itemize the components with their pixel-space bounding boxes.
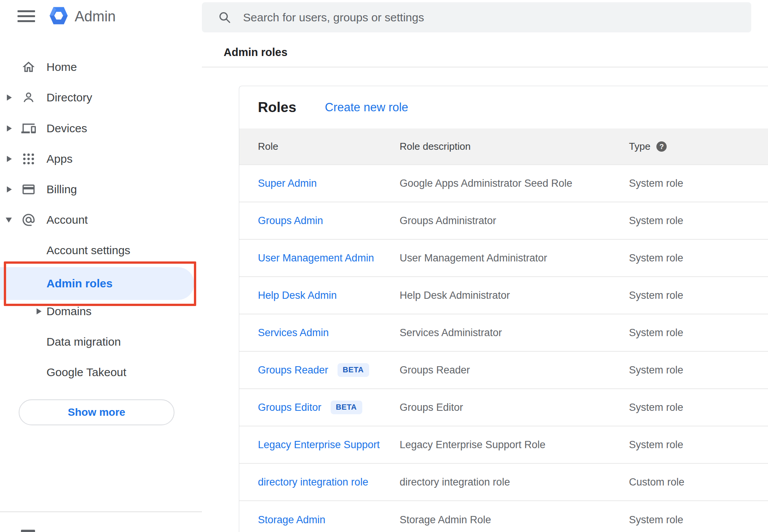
credit-card-icon [21, 182, 36, 197]
sidebar-item-label: Billing [46, 183, 77, 196]
role-type: Custom role [629, 476, 685, 488]
sidebar-item-label: Account [46, 213, 88, 226]
sidebar-item-label: Home [46, 61, 77, 74]
table-row: Storage Admin Storage Admin Role System … [239, 501, 768, 532]
column-header-type: Type [629, 141, 650, 152]
beta-badge: BETA [338, 363, 369, 377]
cutoff-icon-fragment [21, 530, 35, 532]
expand-arrow-icon[interactable] [7, 156, 12, 162]
sidebar-item-label: Apps [46, 152, 72, 165]
role-description: Groups Administrator [400, 215, 496, 227]
sidebar-item-google-takeout[interactable]: Google Takeout [0, 357, 202, 388]
sidebar-item-label: Account settings [46, 244, 130, 257]
expand-arrow-icon[interactable] [7, 125, 12, 131]
role-type: System role [629, 514, 683, 526]
sidebar-item-directory[interactable]: Directory [0, 82, 202, 113]
role-link[interactable]: directory integration role [258, 476, 368, 488]
person-icon [21, 90, 36, 105]
table-row: directory integration role directory int… [239, 464, 768, 501]
create-new-role-link[interactable]: Create new role [325, 101, 408, 114]
sidebar-item-label: Data migration [46, 335, 121, 348]
role-link[interactable]: User Management Admin [258, 252, 374, 264]
content-divider [202, 67, 768, 67]
sidebar-item-data-migration[interactable]: Data migration [0, 327, 202, 357]
apps-grid-icon [21, 152, 36, 166]
card-header: Roles Create new role [239, 86, 768, 128]
role-description: User Management Administrator [400, 252, 547, 264]
role-link[interactable]: Super Admin [258, 178, 317, 189]
sidebar-item-label: Admin roles [46, 277, 112, 290]
role-link[interactable]: Services Admin [258, 327, 329, 339]
sidebar-item-label: Google Takeout [46, 366, 126, 379]
sidebar-item-domains[interactable]: Domains [0, 296, 202, 327]
role-description: Services Administrator [400, 327, 502, 339]
help-icon[interactable]: ? [656, 141, 667, 152]
role-link[interactable]: Groups Reader [258, 364, 328, 376]
sidebar-item-devices[interactable]: Devices [0, 113, 202, 144]
search-input[interactable] [243, 11, 751, 24]
role-description: Help Desk Administrator [400, 290, 510, 301]
role-type: System role [629, 178, 683, 189]
admin-logo-icon [48, 5, 69, 28]
table-row: Legacy Enterprise Support Legacy Enterpr… [239, 426, 768, 464]
role-description: Groups Reader [400, 364, 470, 376]
sidebar-item-home[interactable]: Home [0, 52, 202, 82]
search-icon [218, 11, 232, 24]
collapse-arrow-icon[interactable] [6, 218, 12, 223]
devices-icon [21, 121, 36, 136]
role-description: Google Apps Administrator Seed Role [400, 178, 572, 189]
expand-arrow-icon[interactable] [7, 186, 12, 192]
role-link[interactable]: Storage Admin [258, 514, 325, 526]
sidebar-item-label: Devices [46, 122, 87, 135]
expand-arrow-icon[interactable] [7, 95, 12, 101]
role-link[interactable]: Groups Admin [258, 215, 323, 227]
app-title: Admin [75, 8, 116, 25]
roles-card: Roles Create new role Role Role descript… [239, 86, 768, 532]
table-row: Help Desk Admin Help Desk Administrator … [239, 277, 768, 314]
card-title: Roles [258, 99, 296, 115]
role-description: directory integration role [400, 476, 510, 488]
table-row: Groups Admin Groups Administrator System… [239, 202, 768, 240]
sidebar-item-apps[interactable]: Apps [0, 144, 202, 174]
table-row: User Management Admin User Management Ad… [239, 240, 768, 277]
role-type: System role [629, 327, 683, 339]
role-description: Groups Editor [400, 402, 463, 413]
role-link[interactable]: Groups Editor [258, 402, 322, 413]
role-type: System role [629, 252, 683, 264]
home-icon [21, 60, 36, 74]
column-header-description: Role description [400, 141, 470, 152]
beta-badge: BETA [331, 401, 362, 414]
role-type: System role [629, 364, 683, 376]
column-header-role: Role [258, 141, 278, 152]
page-title: Admin roles [224, 46, 288, 59]
table-header-row: Role Role description Type ? [239, 128, 768, 165]
table-row: Groups Editor BETA Groups Editor System … [239, 389, 768, 426]
table-row: Super Admin Google Apps Administrator Se… [239, 165, 768, 202]
role-description: Storage Admin Role [400, 514, 491, 526]
role-type: System role [629, 290, 683, 301]
role-type: System role [629, 402, 683, 413]
role-description: Legacy Enterprise Support Role [400, 439, 546, 451]
role-link[interactable]: Help Desk Admin [258, 290, 337, 301]
sidebar-item-billing[interactable]: Billing [0, 174, 202, 205]
role-link[interactable]: Legacy Enterprise Support [258, 439, 380, 451]
at-sign-icon [21, 213, 36, 227]
sidebar-item-label: Domains [46, 305, 91, 318]
sidebar-item-account-settings[interactable]: Account settings [0, 235, 202, 266]
role-type: System role [629, 215, 683, 227]
search-bar[interactable] [202, 2, 751, 32]
sidebar-item-label: Directory [46, 91, 92, 104]
table-row: Services Admin Services Administrator Sy… [239, 314, 768, 352]
sidebar-divider [0, 511, 202, 512]
sidebar-item-admin-roles[interactable]: Admin roles [0, 267, 194, 300]
role-type: System role [629, 439, 683, 451]
sidebar-item-account[interactable]: Account [0, 205, 202, 235]
menu-icon[interactable] [18, 10, 35, 22]
show-more-button[interactable]: Show more [19, 399, 174, 425]
table-row: Groups Reader BETA Groups Reader System … [239, 352, 768, 389]
expand-arrow-icon[interactable] [37, 308, 42, 314]
